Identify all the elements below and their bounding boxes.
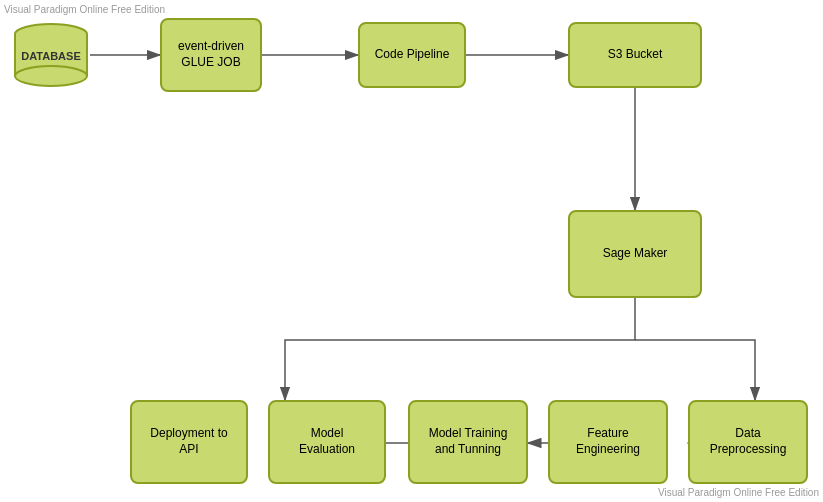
feature-node: FeatureEngineering (548, 400, 668, 484)
evaluation-label: ModelEvaluation (299, 426, 355, 457)
pipeline-node: Code Pipeline (358, 22, 466, 88)
pipeline-label: Code Pipeline (375, 47, 450, 63)
database-node: DATABASE (10, 22, 92, 88)
training-label: Model Trainingand Tunning (429, 426, 508, 457)
database-label: DATABASE (21, 50, 80, 62)
s3-label: S3 Bucket (608, 47, 663, 63)
feature-label: FeatureEngineering (576, 426, 640, 457)
svg-point-13 (15, 66, 87, 86)
s3-node: S3 Bucket (568, 22, 702, 88)
database-icon: DATABASE (10, 22, 92, 88)
watermark-bottom: Visual Paradigm Online Free Edition (658, 487, 819, 498)
watermark-top: Visual Paradigm Online Free Edition (4, 4, 165, 15)
preprocessing-label: DataPreprocessing (710, 426, 787, 457)
glue-node: event-drivenGLUE JOB (160, 18, 262, 92)
glue-label: event-drivenGLUE JOB (178, 39, 244, 70)
deployment-label: Deployment toAPI (150, 426, 227, 457)
training-node: Model Trainingand Tunning (408, 400, 528, 484)
sagemaker-node: Sage Maker (568, 210, 702, 298)
preprocessing-node: DataPreprocessing (688, 400, 808, 484)
diagram: Visual Paradigm Online Free Edition Visu… (0, 0, 823, 502)
sagemaker-label: Sage Maker (603, 246, 668, 262)
deployment-node: Deployment toAPI (130, 400, 248, 484)
evaluation-node: ModelEvaluation (268, 400, 386, 484)
